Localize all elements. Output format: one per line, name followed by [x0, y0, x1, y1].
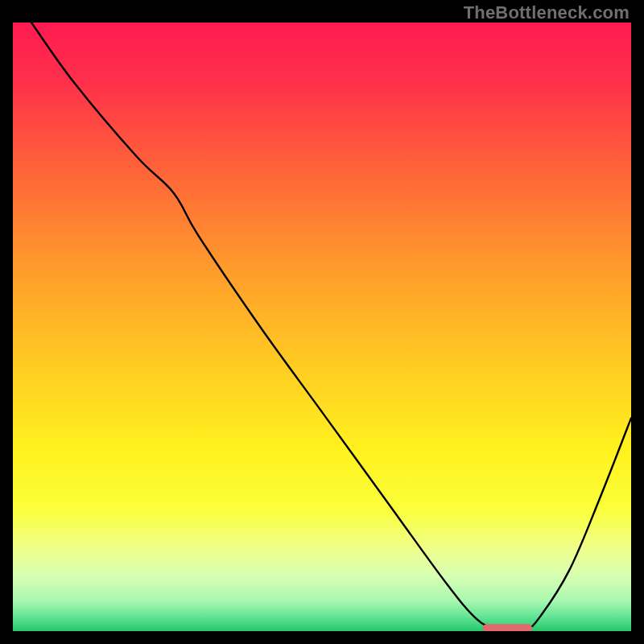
target-range-marker — [483, 624, 532, 631]
chart-background — [13, 23, 631, 631]
watermark-label: TheBottleneck.com — [464, 2, 630, 23]
chart-frame: TheBottleneck.com — [0, 0, 644, 644]
chart-svg — [13, 23, 631, 631]
chart-plot-area — [13, 23, 631, 631]
